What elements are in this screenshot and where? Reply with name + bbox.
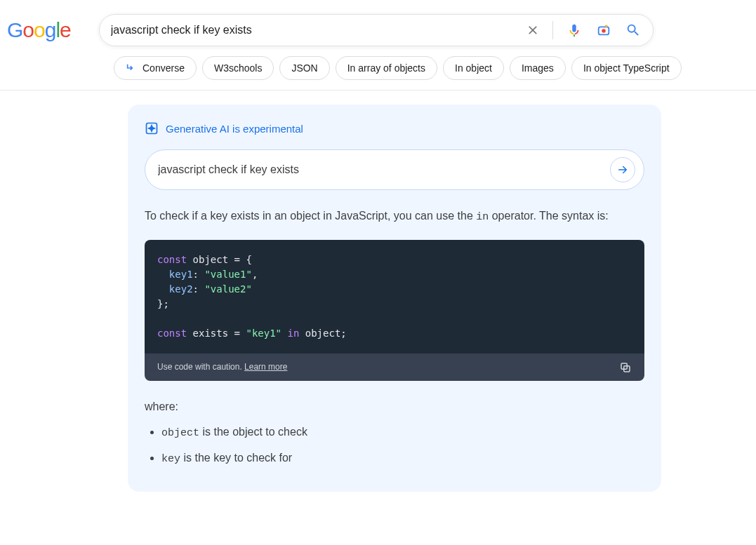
code-footer: Use code with caution. Learn more xyxy=(145,354,644,381)
chip-label: In object TypeScript xyxy=(583,62,670,74)
ai-body: To check if a key exists in an object in… xyxy=(145,207,644,468)
arrow-right-icon xyxy=(616,163,629,176)
chip-in-object-ts[interactable]: In object TypeScript xyxy=(571,56,682,80)
ai-submit-button[interactable] xyxy=(610,157,635,182)
list-item: key is the key to check for xyxy=(161,449,644,468)
ai-overview-box: Generative AI is experimental To check i… xyxy=(128,105,661,492)
ai-input[interactable] xyxy=(158,163,610,176)
ai-intro: To check if a key exists in an object in… xyxy=(145,207,644,226)
where-section: where: object is the object to check key… xyxy=(145,398,644,468)
where-label: where: xyxy=(145,398,644,416)
chip-label: In object xyxy=(455,62,492,74)
code-caution: Use code with caution. xyxy=(157,362,242,372)
chip-w3schools[interactable]: W3schools xyxy=(202,56,274,80)
converse-arrow-icon xyxy=(126,62,137,74)
copy-icon[interactable] xyxy=(619,361,632,374)
clear-icon[interactable] xyxy=(526,23,540,37)
search-bar xyxy=(99,14,654,46)
chip-in-object[interactable]: In object xyxy=(443,56,504,80)
chip-label: JSON xyxy=(291,62,317,74)
chip-label: W3schools xyxy=(214,62,262,74)
chip-label: Converse xyxy=(142,62,185,74)
chip-json[interactable]: JSON xyxy=(279,56,329,80)
search-icon[interactable] xyxy=(625,22,642,39)
inline-code: in xyxy=(476,211,489,223)
ai-header: Generative AI is experimental xyxy=(145,121,644,135)
svg-point-1 xyxy=(602,29,606,33)
mic-icon[interactable] xyxy=(566,22,583,39)
search-input[interactable] xyxy=(111,24,526,36)
svg-rect-2 xyxy=(605,25,608,27)
google-logo[interactable]: Google xyxy=(0,18,71,42)
filter-chips-row: Converse W3schools JSON In array of obje… xyxy=(0,46,756,90)
chip-in-array[interactable]: In array of objects xyxy=(336,56,437,80)
divider xyxy=(552,21,553,39)
ai-input-row xyxy=(145,149,644,190)
learn-more-link[interactable]: Learn more xyxy=(244,362,287,372)
chip-label: In array of objects xyxy=(347,62,425,74)
chip-converse[interactable]: Converse xyxy=(114,56,197,80)
chip-label: Images xyxy=(522,62,554,74)
chip-images[interactable]: Images xyxy=(510,56,566,80)
list-item: object is the object to check xyxy=(161,423,644,442)
lens-icon[interactable] xyxy=(595,22,612,39)
sparkle-icon xyxy=(145,121,159,135)
ai-header-text: Generative AI is experimental xyxy=(166,123,303,135)
code-block: const object = { key1: "value1", key2: "… xyxy=(145,240,644,354)
